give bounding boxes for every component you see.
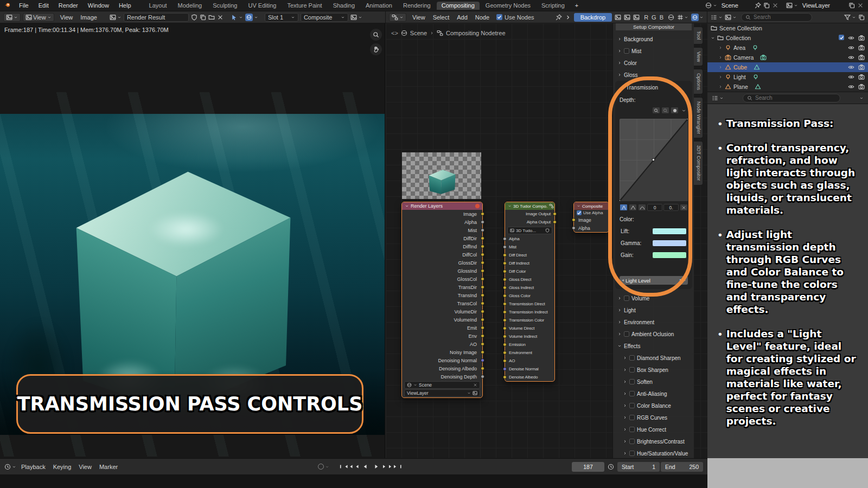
workspace-tab[interactable]: Sculpting — [208, 2, 242, 10]
timeline-editor-button[interactable] — [4, 464, 16, 470]
menu-item[interactable]: Help — [114, 0, 136, 11]
panel-section-row[interactable]: Anti-Aliasing — [613, 388, 694, 400]
menu-item[interactable]: View — [75, 464, 95, 470]
panel-section-row[interactable]: Hue Correct — [613, 423, 694, 435]
slot-dropdown[interactable]: Slot 1 — [265, 13, 298, 22]
socket-dot[interactable] — [481, 375, 484, 378]
curve-point-button[interactable] — [671, 107, 679, 114]
jump-to-end-button[interactable] — [392, 463, 403, 471]
next-keyframe-button[interactable] — [381, 463, 392, 471]
output-socket[interactable]: AO — [402, 340, 482, 348]
section-checkbox[interactable] — [629, 403, 635, 408]
panel-title[interactable]: Setup Compositor — [616, 23, 692, 30]
curve-options-button[interactable] — [680, 107, 688, 114]
nav-arrows[interactable]: <> — [391, 30, 398, 36]
panel-section-row[interactable]: Gloss — [613, 69, 694, 81]
section-checkbox[interactable] — [624, 48, 629, 54]
chevron-right-icon[interactable] — [718, 64, 723, 70]
section-checkbox[interactable] — [624, 331, 629, 337]
chevron-right-icon[interactable] — [718, 74, 723, 80]
chevron-down-icon[interactable] — [859, 95, 864, 101]
handle-autoclamp-button[interactable] — [638, 204, 646, 211]
socket-dot[interactable] — [503, 278, 507, 281]
scene-collection-row[interactable]: Scene Collection — [707, 23, 868, 33]
current-frame-field[interactable]: 187 — [572, 462, 604, 472]
color-swatch[interactable] — [652, 252, 687, 259]
socket-dot[interactable] — [503, 310, 507, 314]
panel-section-row[interactable]: Light — [613, 304, 694, 316]
socket-dot[interactable] — [481, 269, 484, 273]
hide-eye-icon[interactable] — [848, 74, 854, 80]
socket-dot[interactable] — [503, 375, 507, 379]
sidebar-tab[interactable]: 3DT Compositor — [694, 141, 703, 185]
unlink-image-icon[interactable] — [217, 14, 224, 21]
curve-delete-button[interactable] — [680, 204, 688, 211]
copy-scene-icon[interactable] — [763, 2, 770, 9]
channel-alpha-icon[interactable] — [633, 14, 640, 21]
overlay-dropdown[interactable] — [691, 14, 704, 21]
outliner-item[interactable]: Light — [707, 72, 868, 82]
curve-zoom-in-button[interactable] — [652, 107, 660, 114]
x-icon[interactable] — [473, 382, 477, 388]
input-socket[interactable]: Mist — [505, 243, 554, 251]
panel-section-row[interactable]: Brightness/Contrast — [613, 435, 694, 447]
workspace-tab[interactable]: Scripting — [537, 2, 570, 10]
input-socket[interactable]: Diff Color — [505, 267, 554, 275]
chevron-right-icon[interactable] — [718, 84, 723, 90]
workspace-tab[interactable]: Texture Paint — [282, 2, 327, 10]
input-socket[interactable]: Transmission Indirect — [505, 308, 554, 316]
channel-button[interactable]: R — [642, 14, 650, 21]
sidebar-tab[interactable]: Tool — [694, 27, 703, 44]
socket-dot[interactable] — [481, 350, 484, 354]
panel-section-row[interactable]: Volume — [613, 292, 694, 304]
output-socket[interactable]: Emit — [402, 324, 482, 332]
panel-section-row[interactable]: Soften — [613, 376, 694, 388]
viewlayer-browse-button[interactable] — [786, 2, 798, 9]
input-socket[interactable]: Diff Indirect — [505, 259, 554, 267]
output-socket[interactable]: Alpha Output — [505, 218, 554, 226]
chevron-right-icon[interactable] — [718, 44, 723, 51]
color-swatch[interactable] — [652, 228, 687, 235]
fake-user-shield-icon[interactable] — [191, 14, 197, 21]
pass-dropdown[interactable]: Composite — [301, 13, 348, 22]
image-browse-button[interactable] — [110, 14, 122, 21]
output-socket[interactable]: VolumeInd — [402, 316, 482, 324]
menu-item[interactable]: Render — [54, 0, 83, 11]
input-socket[interactable]: Environment — [505, 349, 554, 357]
open-image-icon[interactable] — [208, 14, 215, 21]
menu-item[interactable]: Image — [76, 14, 101, 21]
socket-dot[interactable] — [481, 245, 484, 248]
channel-color-icon[interactable] — [624, 14, 630, 21]
socket-dot[interactable] — [503, 318, 507, 322]
input-socket[interactable]: Volume Direct — [505, 324, 554, 332]
panel-section-row[interactable]: Ambient Oclusion — [613, 328, 694, 340]
output-socket[interactable]: DiffInd — [402, 242, 482, 251]
input-socket[interactable]: Image — [574, 216, 609, 224]
menu-item[interactable]: Window — [83, 0, 114, 11]
use-alpha-checkbox[interactable]: Use Alpha — [574, 210, 609, 216]
socket-dot[interactable] — [481, 212, 484, 216]
breadcrumb-nodetree[interactable]: Compositing Nodetree — [446, 30, 505, 36]
section-checkbox[interactable] — [629, 427, 635, 432]
socket-dot[interactable] — [481, 358, 484, 362]
node-header[interactable]: Render Layers — [402, 202, 482, 210]
play-reverse-button[interactable] — [360, 463, 371, 471]
input-socket[interactable]: Gloss Color — [505, 292, 554, 300]
curve-x-field[interactable]: 0 — [647, 204, 662, 211]
image-pin-dropdown[interactable] — [350, 14, 362, 21]
output-socket[interactable]: Image Output — [505, 210, 554, 218]
socket-dot[interactable] — [481, 293, 484, 297]
curve-control-point[interactable] — [620, 200, 621, 201]
panel-section-row[interactable]: Color — [613, 57, 694, 69]
panel-section-row[interactable]: Environment — [613, 316, 694, 328]
socket-dot[interactable] — [481, 334, 484, 338]
socket-dot[interactable] — [503, 367, 507, 371]
workspace-tab[interactable]: UV Editing — [243, 2, 281, 10]
viewlayer-field[interactable]: ViewLayer — [404, 389, 480, 397]
breadcrumb-scene[interactable]: Scene — [410, 30, 427, 36]
group-node[interactable]: 3D Tudor Compo. Image OutputAlpha Output… — [505, 202, 555, 382]
start-frame-field[interactable]: Start1 — [617, 462, 660, 472]
outliner-scene-mode[interactable] — [725, 14, 737, 21]
outliner-filter[interactable] — [844, 14, 856, 21]
sidebar-tab[interactable]: View — [694, 47, 703, 66]
